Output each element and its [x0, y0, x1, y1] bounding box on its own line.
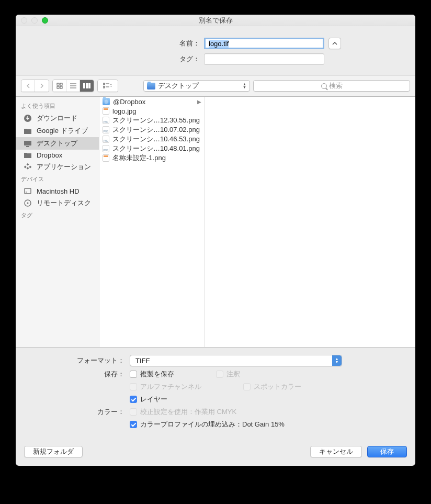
file-icon	[103, 126, 109, 133]
file-icon	[103, 145, 109, 152]
search-placeholder: 検索	[329, 81, 343, 91]
spot-checkbox: スポットカラー	[243, 382, 301, 391]
svg-point-20	[27, 203, 29, 204]
save-button[interactable]: 保存	[367, 446, 407, 457]
location-label: デスクトップ	[158, 81, 240, 91]
column-view-button[interactable]	[80, 80, 94, 92]
sidebar-item[interactable]: Macintosh HD	[16, 185, 99, 197]
icon-view-button[interactable]	[53, 80, 66, 92]
window-title: 別名で保存	[16, 16, 415, 25]
file-name: 名称未設定-1.png	[112, 153, 166, 163]
svg-rect-2	[57, 86, 59, 88]
sidebar-item[interactable]: Dropbox	[16, 150, 99, 161]
sidebar-item[interactable]: リモートディスク	[16, 197, 99, 209]
svg-point-18	[26, 192, 27, 193]
nav-buttons	[21, 80, 49, 92]
copy-checkbox[interactable]: 複製を保存	[130, 369, 174, 379]
sidebar-item-label: Dropbox	[37, 151, 62, 159]
file-icon	[103, 117, 109, 124]
chevron-right-icon	[40, 83, 44, 88]
options-panel: フォーマット： TIFF ▲▼ 保存： 複製を保存 注釈 アルファチャンネル ス…	[16, 347, 415, 441]
sidebar-header: タグ	[16, 209, 99, 221]
svg-rect-11	[103, 86, 105, 88]
sidebar-item[interactable]: Google ドライブ	[16, 125, 99, 137]
hdd-icon	[23, 187, 32, 195]
forward-button[interactable]	[35, 80, 49, 92]
chevron-up-icon	[332, 41, 337, 46]
sidebar-item-label: アプリケーション	[37, 162, 91, 172]
alpha-checkbox: アルファチャンネル	[130, 382, 201, 391]
save-opts-label: 保存：	[30, 369, 130, 379]
list-view-button[interactable]	[66, 80, 80, 92]
file-row[interactable]: スクリーンシ…10.46.53.png	[99, 135, 205, 144]
sidebar-item-label: Google ドライブ	[37, 126, 88, 136]
file-row[interactable]: スクリーンシ…10.07.02.png	[99, 125, 205, 135]
folder-icon	[23, 128, 32, 135]
file-icon	[103, 98, 110, 105]
file-column: @Dropbox▶logo.jpgスクリーンシ…12.30.55.pngスクリー…	[99, 97, 205, 347]
updown-icon: ▲▼	[332, 355, 342, 366]
tag-input[interactable]	[204, 53, 324, 65]
file-browser: よく使う項目ダウンロードGoogle ドライブデスクトップDropboxアプリケ…	[16, 96, 415, 347]
profile-checkbox[interactable]: カラープロファイルの埋め込み：Dot Gain 15%	[130, 420, 401, 429]
list-icon	[70, 83, 76, 88]
svg-rect-8	[86, 83, 88, 88]
file-row[interactable]: スクリーンシ…12.30.55.png	[99, 116, 205, 125]
arrange-buttons	[97, 80, 118, 92]
cancel-button[interactable]: キャンセル	[310, 446, 362, 457]
file-name: スクリーンシ…12.30.55.png	[112, 116, 200, 125]
svg-rect-7	[83, 83, 85, 88]
save-dialog: 別名で保存 名前： タグ： デ	[16, 15, 415, 466]
desktop-icon	[23, 140, 32, 147]
arrange-button[interactable]	[98, 80, 118, 92]
search-field[interactable]: 検索	[253, 80, 410, 92]
toolbar: デスクトップ ▲▼ 検索	[16, 75, 415, 96]
minimize-window-button[interactable]	[31, 17, 38, 24]
sidebar-item-label: リモートディスク	[37, 198, 91, 208]
file-row[interactable]: @Dropbox▶	[99, 97, 205, 106]
file-name: @Dropbox	[113, 98, 145, 106]
svg-rect-0	[57, 83, 59, 85]
columns-icon	[83, 83, 90, 88]
disc-icon	[23, 199, 32, 207]
layers-checkbox[interactable]: レイヤー	[130, 395, 401, 404]
tag-label: タグ：	[90, 54, 200, 64]
sidebar-item[interactable]: ダウンロード	[16, 112, 99, 125]
chevron-left-icon	[26, 83, 30, 88]
sidebar-item-label: デスクトップ	[37, 139, 77, 148]
new-folder-button[interactable]: 新規フォルダ	[24, 446, 83, 457]
file-row[interactable]: 名称未設定-1.png	[99, 153, 205, 163]
back-button[interactable]	[21, 80, 35, 92]
svg-rect-1	[60, 83, 62, 85]
svg-rect-9	[88, 83, 90, 88]
traffic-lights	[21, 17, 48, 24]
svg-rect-10	[103, 83, 105, 85]
grid-icon	[56, 83, 63, 89]
sidebar-header: デバイス	[16, 173, 99, 185]
format-select[interactable]: TIFF ▲▼	[130, 355, 342, 366]
proof-checkbox: 校正設定を使用：作業用 CMYK	[130, 407, 401, 417]
file-icon	[103, 154, 109, 162]
file-name: スクリーンシ…10.07.02.png	[112, 125, 200, 135]
updown-icon: ▲▼	[243, 83, 246, 89]
apps-icon	[23, 163, 32, 171]
name-section: 名前： タグ：	[16, 26, 415, 75]
collapse-button[interactable]	[328, 38, 341, 49]
file-icon	[103, 136, 109, 143]
sidebar: よく使う項目ダウンロードGoogle ドライブデスクトップDropboxアプリケ…	[16, 97, 99, 347]
name-label: 名前：	[90, 39, 200, 48]
svg-rect-17	[25, 188, 31, 194]
titlebar: 別名で保存	[16, 15, 415, 26]
sidebar-header: よく使う項目	[16, 100, 99, 112]
location-dropdown[interactable]: デスクトップ ▲▼	[143, 80, 250, 92]
footer: 新規フォルダ キャンセル 保存	[16, 441, 415, 466]
file-row[interactable]: logo.jpg	[99, 106, 205, 116]
sidebar-item[interactable]: デスクトップ	[16, 137, 99, 150]
zoom-window-button[interactable]	[42, 17, 48, 24]
search-icon	[321, 83, 327, 89]
file-row[interactable]: スクリーンシ…10.48.01.png	[99, 144, 205, 153]
sidebar-item[interactable]: アプリケーション	[16, 161, 99, 173]
name-input[interactable]	[204, 38, 324, 49]
svg-rect-3	[60, 86, 62, 88]
close-window-button[interactable]	[21, 17, 27, 24]
